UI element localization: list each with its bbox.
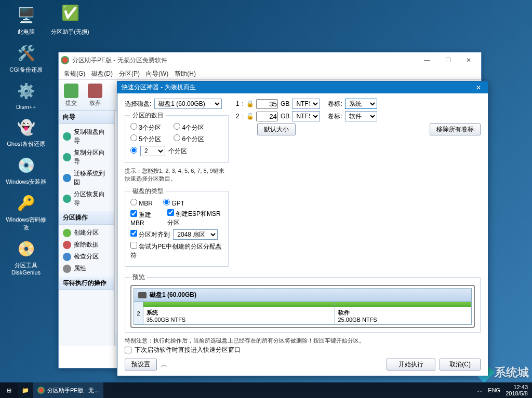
desktop-icon-wininstall[interactable]: 💿Windows安装器 <box>5 154 47 186</box>
check-esp[interactable]: 创建ESP和MSR分区 <box>167 209 223 227</box>
maximize-button[interactable]: ☐ <box>437 54 458 67</box>
toolbar-discard[interactable]: 放弃 <box>88 84 102 107</box>
taskbar: ⊞ 📁 分区助手PE版 - 无... ︿ ENG 12:43 2018/5/8 <box>0 382 532 398</box>
op-wipe[interactable]: 擦除数据 <box>60 239 113 251</box>
quick-partition-dialog: 快速分区神器 - 为装机而生 ✕ 选择磁盘: 磁盘1 (60.00GB) 分区的… <box>117 81 488 376</box>
op-check[interactable]: 检查分区 <box>60 251 113 263</box>
preview-count: 2 <box>134 302 143 324</box>
ops-header: 分区操作 <box>59 211 114 225</box>
disk-type-group: 磁盘的类型 MBR GPT 重建MBR 创建ESP和MSR分区 分区对齐到 20… <box>125 187 229 267</box>
dialog-titlebar[interactable]: 快速分区神器 - 为装机而生 ✕ <box>117 81 488 93</box>
radio-5[interactable]: 5个分区 <box>130 134 161 144</box>
preview-part-2[interactable]: 软件25.00GB NTFS <box>335 302 472 324</box>
cancel-button[interactable]: 取消(C) <box>440 359 481 370</box>
taskbar-app[interactable]: 分区助手PE版 - 无... <box>33 382 103 398</box>
check-rebuild-mbr[interactable]: 重建MBR <box>130 210 160 227</box>
tray-lang[interactable]: ENG <box>488 387 500 393</box>
fs-select-1[interactable]: NTFS <box>292 99 320 109</box>
taskbar-explorer[interactable]: 📁 <box>18 382 33 398</box>
size-input-1[interactable] <box>256 99 278 109</box>
preset-button[interactable]: 预设置 <box>125 359 157 370</box>
radio-gpt[interactable]: GPT <box>163 199 184 207</box>
part-index-2: 2 <box>236 113 240 120</box>
disk-select[interactable]: 磁盘1 (60.00GB) <box>154 99 222 109</box>
tray-date[interactable]: 2018/5/8 <box>506 390 528 396</box>
menu-general[interactable]: 常规(G) <box>62 68 87 79</box>
desktop-icon-ghost[interactable]: 👻Ghost备份还原 <box>5 116 47 148</box>
radio-4[interactable]: 4个分区 <box>174 123 204 132</box>
desktop-icon-pa[interactable]: ✅分区助手(无损) <box>49 4 91 36</box>
label-select-2[interactable]: 软件 <box>345 111 377 121</box>
wizard-copy-disk[interactable]: 复制磁盘向导 <box>60 126 113 147</box>
titlebar[interactable]: 分区助手PE版 - 无损分区免费软件 ― ☐ ✕ <box>59 52 481 68</box>
desktop-icon-cgi[interactable]: 🛠️CGI备份还原 <box>5 42 47 74</box>
hint-text: 提示：您能按1, 2, 3, 4, 5, 6, 7, 8, 9键来快速选择分区数… <box>125 167 229 183</box>
partition-count-group: 分区的数目 3个分区 4个分区 5个分区 6个分区 2 个分区 <box>125 111 229 163</box>
sidebar: 向导 复制磁盘向导 复制分区向导 迁移系统到固 分区恢复向导 分区操作 创建分区… <box>59 111 115 346</box>
radio-6[interactable]: 6个分区 <box>174 134 204 144</box>
remove-labels-button[interactable]: 移除所有卷标 <box>430 123 481 135</box>
wizard-migrate[interactable]: 迁移系统到固 <box>60 168 113 188</box>
op-create[interactable]: 创建分区 <box>60 227 113 239</box>
menu-disk[interactable]: 磁盘(D) <box>89 68 115 79</box>
dialog-title: 快速分区神器 - 为装机而生 <box>122 83 196 92</box>
fs-select-2[interactable]: NTFS <box>292 111 320 121</box>
lock-icon[interactable]: 🔓 <box>246 113 254 120</box>
check-align[interactable]: 分区对齐到 <box>130 230 170 239</box>
radio-mbr[interactable]: MBR <box>130 199 153 207</box>
desktop-icon-diskgenius[interactable]: 📀分区工具DiskGenius <box>5 238 47 276</box>
app-icon <box>61 56 69 64</box>
close-button[interactable]: ✕ <box>458 54 479 67</box>
tray-time[interactable]: 12:43 <box>506 384 528 390</box>
start-button[interactable]: 开始执行 <box>387 359 435 370</box>
menu-wizard[interactable]: 向导(W) <box>144 68 170 79</box>
tray-up-icon[interactable]: ︿ <box>477 387 483 394</box>
part-index-1: 1 <box>236 100 240 107</box>
label-select-1[interactable]: 系统 <box>345 99 377 109</box>
default-size-button[interactable]: 默认大小 <box>257 123 296 135</box>
menu-partition[interactable]: 分区(P) <box>117 68 142 79</box>
warning-text: 特别注意：执行此操作后，当前所选磁盘上已经存在的所有分区将被删除！按回车键开始分… <box>125 337 481 345</box>
preview-part-1[interactable]: 系统35.00GB NTFS <box>143 302 335 324</box>
disk-label: 选择磁盘: <box>125 100 151 108</box>
start-button[interactable]: ⊞ <box>0 382 18 398</box>
lock-icon[interactable]: 🔒 <box>246 100 254 107</box>
wizard-header: 向导 <box>59 111 114 124</box>
menu-help[interactable]: 帮助(H) <box>172 68 198 79</box>
desktop-icon-dism[interactable]: ⚙️Dism++ <box>5 80 47 110</box>
align-select[interactable]: 2048 扇区 <box>173 229 218 240</box>
count-select[interactable]: 2 <box>140 146 165 156</box>
size-input-2[interactable] <box>256 112 278 121</box>
minimize-button[interactable]: ― <box>417 54 437 67</box>
desktop-icon-pc[interactable]: 🖥️此电脑 <box>5 4 47 36</box>
pending-header: 等待执行的操作 <box>59 277 114 290</box>
check-pe-letter[interactable]: 尝试为PE中创建的分区分配盘符 <box>130 242 223 260</box>
radio-custom[interactable] <box>130 147 137 155</box>
wizard-copy-part[interactable]: 复制分区向导 <box>60 147 113 168</box>
check-autostart[interactable]: 下次启动软件时直接进入快速分区窗口 <box>125 346 481 354</box>
preview-disk-header: 磁盘1 (60.00GB) <box>134 288 472 302</box>
chevron-icon[interactable]: ︽ <box>161 360 167 369</box>
dialog-close-button[interactable]: ✕ <box>473 84 484 91</box>
app-title: 分区助手PE版 - 无损分区免费软件 <box>72 56 167 65</box>
wizard-recover[interactable]: 分区恢复向导 <box>60 188 113 209</box>
menubar: 常规(G) 磁盘(D) 分区(P) 向导(W) 帮助(H) <box>59 68 481 79</box>
desktop-icon-winpwd[interactable]: 🔑Windows密码修改 <box>5 192 47 231</box>
toolbar-commit[interactable]: 提交 <box>64 84 78 107</box>
preview-group: 预览 磁盘1 (60.00GB) 2 系统35.00GB NTFS 软件25.0… <box>125 273 481 333</box>
disk-icon <box>138 292 147 298</box>
radio-3[interactable]: 3个分区 <box>130 123 161 132</box>
op-props[interactable]: 属性 <box>60 263 113 275</box>
